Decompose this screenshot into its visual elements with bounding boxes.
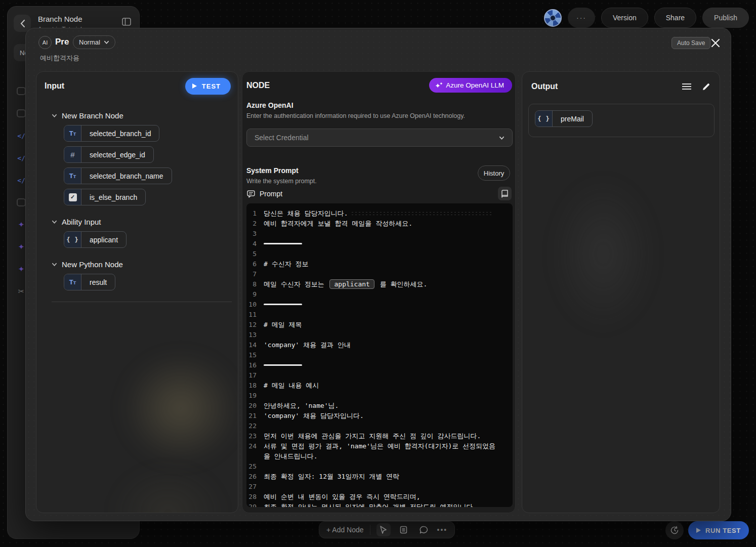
line-text: 서류 및 면접 평가 결과, 'name'님은 예비 합격자(대기자)로 선정되… <box>264 442 495 460</box>
line-number: 13 <box>246 330 264 340</box>
line-number: 11 <box>246 310 264 320</box>
editor-line: 27 <box>246 482 510 492</box>
more-options-button[interactable]: ··· <box>568 8 595 28</box>
input-variable-chip[interactable]: TTselected_branch_name <box>64 167 172 184</box>
editor-line: 3 <box>246 229 510 239</box>
test-button[interactable]: TEST <box>185 78 231 95</box>
credential-select[interactable]: Select Credential <box>246 129 513 147</box>
section-header[interactable]: Ability Input <box>52 218 230 226</box>
history-button[interactable]: History <box>478 165 510 181</box>
editor-line: 24서류 및 면접 평가 결과, 'name'님은 예비 합격자(대기자)로 선… <box>246 441 510 461</box>
section-label: Ability Input <box>62 218 101 226</box>
editor-line: 23먼저 이번 채용에 관심을 가지고 지원해 주신 점 깊이 감사드립니다. <box>246 431 510 441</box>
input-variable-chip[interactable]: TTresult <box>64 274 115 290</box>
app-logo-icon[interactable] <box>544 9 562 27</box>
run-test-label: RUN TEST <box>705 527 741 534</box>
llm-badge-label: Azure OpenAI LLM <box>446 81 504 89</box>
editor-line: 14'company' 채용 결과 안내 <box>246 340 510 350</box>
prompt-library-icon[interactable] <box>498 187 512 200</box>
mode-dropdown[interactable]: Normal <box>73 35 115 49</box>
version-button[interactable]: Version <box>601 8 648 28</box>
edit-pencil-icon[interactable] <box>702 82 710 91</box>
text-type-icon: TT <box>64 125 81 141</box>
input-variable-label: applicant <box>81 232 126 247</box>
provider-title: Azure OpenAI <box>246 101 293 109</box>
line-text: 안녕하세요, 'name'님. <box>264 402 339 409</box>
input-variable-chip[interactable]: #selected_edge_id <box>64 146 154 163</box>
input-variable-label: selected_branch_id <box>81 125 159 141</box>
line-number: 29 <box>246 502 264 507</box>
publish-button[interactable]: Publish <box>702 8 749 28</box>
list-view-icon[interactable] <box>682 83 692 90</box>
line-content <box>264 239 497 249</box>
output-variable-box: { } preMail <box>528 104 715 137</box>
editor-line: 25 <box>246 461 510 472</box>
object-type-icon: { } <box>64 232 81 247</box>
section-header[interactable]: New Python Node <box>52 260 230 269</box>
prompt-editor[interactable]: 1당신은 채용 담당자입니다.2예비 합격자에게 보낼 합격 메일을 작성하세요… <box>246 203 513 507</box>
editor-line: 8메일 수신자 정보는 applicant 를 확인하세요. <box>246 279 510 289</box>
system-prompt-title: System Prompt <box>246 166 299 175</box>
run-history-button[interactable] <box>665 521 684 539</box>
line-text: 최종 확정 안내는 명시된 일자에 맞추어 개별 전달드릴 예정입니다. <box>264 503 477 507</box>
background-glow <box>553 178 654 330</box>
editor-line: 22 <box>246 421 510 431</box>
close-icon[interactable] <box>709 36 722 50</box>
line-content <box>264 370 497 381</box>
line-content <box>264 461 497 472</box>
input-panel-header: Input TEST <box>36 72 238 100</box>
output-panel: Output { } preMail <box>522 71 720 513</box>
text-type-icon: TT <box>64 274 81 290</box>
add-node-button[interactable]: + Add Node <box>326 526 364 534</box>
line-text: # 메일 제목 <box>264 321 302 328</box>
section-header[interactable]: New Branch Node <box>52 111 230 120</box>
markdown-divider <box>264 364 302 366</box>
output-variable-chip[interactable]: { } preMail <box>535 110 593 127</box>
editor-line: 13 <box>246 330 510 340</box>
line-content <box>264 360 497 370</box>
line-content: 먼저 이번 채용에 관심을 가지고 지원해 주신 점 깊이 감사드립니다. <box>264 431 497 441</box>
line-text: 먼저 이번 채용에 관심을 가지고 지원해 주신 점 깊이 감사드립니다. <box>264 432 481 440</box>
line-number: 23 <box>246 431 264 441</box>
chevron-down-icon <box>52 219 57 225</box>
number-type-icon: # <box>64 147 81 162</box>
line-number: 4 <box>246 239 264 249</box>
editor-line: 26최종 확정 일자: 12월 31일까지 개별 연락 <box>246 472 510 482</box>
prompt-label-row: Prompt <box>247 190 282 198</box>
line-content <box>264 482 497 492</box>
share-button[interactable]: Share <box>654 8 696 28</box>
line-content <box>264 391 497 401</box>
run-test-button[interactable]: RUN TEST <box>688 521 749 539</box>
line-number: 26 <box>246 472 264 482</box>
cursor-tool-icon[interactable] <box>376 523 391 536</box>
input-variable-chip[interactable]: { }applicant <box>64 231 127 248</box>
input-variable-chip[interactable]: ✓is_else_branch <box>64 189 146 205</box>
input-panel: Input TEST New Branch NodeTTselected_bra… <box>36 71 238 513</box>
field-list: { }applicant <box>64 231 230 248</box>
output-panel-header: Output <box>522 72 720 101</box>
chevron-down-icon <box>52 113 57 118</box>
input-variable-chip[interactable]: TTselected_branch_id <box>64 125 159 142</box>
line-number: 14 <box>246 340 264 350</box>
line-content: 예비 합격자에게 보낼 합격 메일을 작성하세요. <box>264 219 497 229</box>
provider-description: Enter the authentication information req… <box>246 112 465 119</box>
line-number: 15 <box>246 350 264 360</box>
line-number: 25 <box>246 461 264 472</box>
llm-type-badge: ✦✦ Azure OpenAI LLM <box>429 78 512 93</box>
section-label: New Python Node <box>62 260 123 269</box>
variable-token[interactable]: applicant <box>329 279 374 289</box>
toolbar-more-icon[interactable]: ••• <box>437 526 448 534</box>
editor-line: 11 <box>246 310 510 320</box>
field-list: TTselected_branch_id#selected_edge_idTTs… <box>64 125 230 205</box>
credential-placeholder: Select Credential <box>255 134 309 142</box>
notes-icon[interactable] <box>397 523 411 536</box>
comment-icon[interactable] <box>417 523 431 536</box>
line-text: # 메일 내용 예시 <box>264 382 319 389</box>
panel-collapse-icon[interactable] <box>122 18 131 26</box>
line-content: 당신은 채용 담당자입니다. <box>264 208 497 219</box>
markdown-divider <box>264 304 302 305</box>
line-number: 19 <box>246 391 264 401</box>
line-content: 예비 순번 내 변동이 있을 경우 즉시 연락드리며, <box>264 492 497 502</box>
editor-line: 4 <box>246 239 510 249</box>
line-number: 17 <box>246 370 264 381</box>
